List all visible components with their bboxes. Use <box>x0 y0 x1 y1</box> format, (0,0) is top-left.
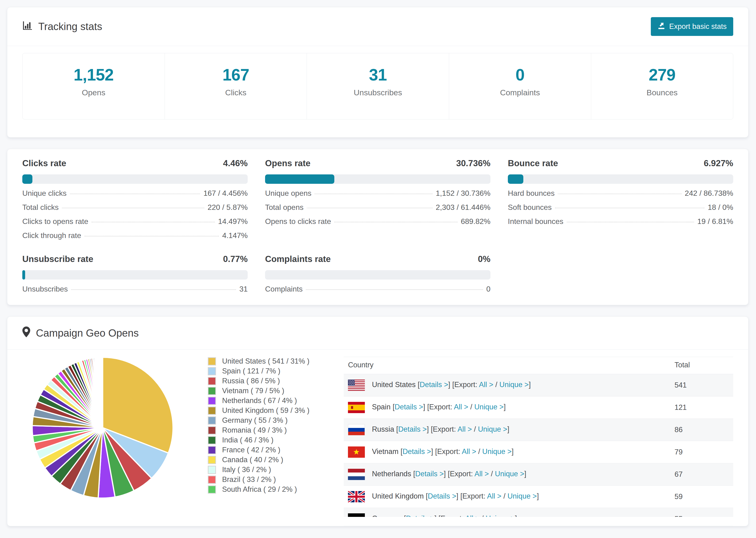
rate-section: Clicks rate4.46%Unique clicks167 / 4.456… <box>22 158 248 240</box>
details-link[interactable]: Details > <box>398 425 427 433</box>
geo-title-wrap: Campaign Geo Opens <box>22 327 139 340</box>
rate-detail-label: Unique clicks <box>22 189 67 198</box>
export-all-link[interactable]: All > <box>454 403 468 411</box>
country-cell: Russia [Details >] [Export: All > / Uniq… <box>344 419 675 441</box>
legend-swatch <box>208 357 216 365</box>
flag-icon-gb <box>348 491 365 502</box>
rate-detail-row: Opens to clicks rate689.82% <box>265 217 490 226</box>
rate-detail-value: 19 / 6.81% <box>697 217 733 226</box>
export-unique-link[interactable]: Unique > <box>507 492 537 500</box>
rate-detail-row: Click through rate4.147% <box>22 231 248 240</box>
rate-section-title: Opens rate <box>265 158 310 168</box>
rates-grid: Clicks rate4.46%Unique clicks167 / 4.456… <box>7 149 748 305</box>
export-unique-link[interactable]: Unique > <box>482 447 512 456</box>
export-all-link[interactable]: All > <box>487 492 501 500</box>
table-row: Spain [Details >] [Export: All > / Uniqu… <box>344 397 733 419</box>
dotted-leader <box>555 208 705 208</box>
rate-detail-label: Unique opens <box>265 189 311 198</box>
details-link[interactable]: Details > <box>395 403 423 411</box>
export-unique-link[interactable]: Unique > <box>474 403 504 411</box>
export-unique-link[interactable]: Unique > <box>499 381 529 389</box>
details-link[interactable]: Details > <box>403 447 431 456</box>
flag-icon-ru <box>348 424 365 435</box>
rate-detail-value: 2,303 / 61.446% <box>436 203 490 212</box>
dotted-leader <box>70 194 200 194</box>
summary-value: 31 <box>307 66 449 84</box>
export-unique-link[interactable]: Unique > <box>495 470 524 478</box>
country-name: United Kingdom <box>372 492 424 500</box>
export-basic-stats-button[interactable]: Export basic stats <box>651 17 733 36</box>
legend-swatch <box>208 416 216 425</box>
bar-chart-icon <box>22 20 33 33</box>
export-all-link[interactable]: All > <box>462 447 476 456</box>
legend-label: Russia ( 86 / 5% ) <box>222 377 280 385</box>
rate-section-title: Unsubscribe rate <box>22 254 93 264</box>
total-cell: 86 <box>675 419 733 441</box>
progress-bar-fill <box>22 174 32 184</box>
summary-label: Clicks <box>165 88 307 97</box>
rate-section-value: 4.46% <box>223 158 248 168</box>
tracking-stats-title: Tracking stats <box>22 20 102 33</box>
dotted-leader <box>91 222 215 222</box>
table-row: Netherlands [Details >] [Export: All > /… <box>344 463 733 486</box>
card-bottom-mask <box>8 517 748 526</box>
total-cell: 59 <box>675 486 733 508</box>
details-link[interactable]: Details > <box>420 381 448 389</box>
rate-section-title: Clicks rate <box>22 158 66 168</box>
export-all-link[interactable]: All > <box>458 425 472 433</box>
legend-swatch <box>208 377 216 385</box>
export-unique-link[interactable]: Unique > <box>478 425 507 433</box>
table-row: Vietnam [Details >] [Export: All > / Uni… <box>344 441 733 463</box>
details-link[interactable]: Details > <box>428 492 456 500</box>
country-cell: Netherlands [Details >] [Export: All > /… <box>344 463 675 486</box>
legend-label: Germany ( 55 / 3% ) <box>222 416 288 425</box>
rate-detail-value: 4.147% <box>222 231 248 240</box>
country-name: United States <box>372 381 415 389</box>
rate-detail-label: Complaints <box>265 285 303 294</box>
geo-body: United States ( 541 / 31% )Spain ( 121 /… <box>7 350 748 526</box>
legend-label: Romania ( 49 / 3% ) <box>222 426 287 435</box>
legend-label: Spain ( 121 / 7% ) <box>222 367 280 375</box>
table-row: United Kingdom [Details >] [Export: All … <box>344 486 733 508</box>
geo-pie-chart <box>28 350 183 502</box>
total-cell: 541 <box>675 374 733 397</box>
progress-bar-fill <box>22 270 25 280</box>
geo-title: Campaign Geo Opens <box>36 327 139 339</box>
summary-cell-complaints: 0Complaints <box>449 53 591 119</box>
export-all-link[interactable]: All > <box>479 381 493 389</box>
legend-label: Italy ( 36 / 2% ) <box>222 465 271 474</box>
geo-opens-card: Campaign Geo Opens United States ( 541 /… <box>7 316 748 526</box>
rate-section: Bounce rate6.927%Hard bounces242 / 86.73… <box>508 158 733 240</box>
rate-detail-label: Total opens <box>265 203 303 212</box>
rate-section: Complaints rate0%Complaints0 <box>265 254 490 294</box>
legend-swatch <box>208 367 216 375</box>
export-all-link[interactable]: All > <box>474 470 489 478</box>
legend-item: Brazil ( 33 / 2% ) <box>208 475 309 484</box>
legend-swatch <box>208 485 216 494</box>
legend-item: Canada ( 40 / 2% ) <box>208 455 309 465</box>
rate-detail-row: Soft bounces18 / 0% <box>508 203 733 212</box>
flag-icon-vn <box>348 447 365 458</box>
flag-icon-nl <box>348 469 365 480</box>
dotted-leader <box>62 208 204 208</box>
rate-detail-label: Clicks to opens rate <box>22 217 88 226</box>
table-row: United States [Details >] [Export: All >… <box>344 374 733 397</box>
rate-detail-value: 18 / 0% <box>708 203 733 212</box>
rate-detail-value: 31 <box>239 285 248 294</box>
summary-cell-bounces: 279Bounces <box>591 53 733 119</box>
country-cell: Vietnam [Details >] [Export: All > / Uni… <box>344 441 675 463</box>
details-link[interactable]: Details > <box>415 470 444 478</box>
rate-detail-row: Unsubscribes31 <box>22 285 248 294</box>
rate-section: Opens rate30.736%Unique opens1,152 / 30.… <box>265 158 490 240</box>
legend-swatch <box>208 456 216 464</box>
legend-swatch <box>208 476 216 484</box>
rate-section-title: Complaints rate <box>265 254 331 264</box>
country-name: Vietnam <box>372 447 399 456</box>
table-row: Russia [Details >] [Export: All > / Uniq… <box>344 419 733 441</box>
legend-item: Netherlands ( 67 / 4% ) <box>208 396 309 405</box>
rate-section-title: Bounce rate <box>508 158 558 168</box>
dotted-leader <box>567 222 694 222</box>
legend-label: United Kingdom ( 59 / 3% ) <box>222 406 309 415</box>
legend-item: Germany ( 55 / 3% ) <box>208 415 309 425</box>
legend-label: Brazil ( 33 / 2% ) <box>222 475 276 484</box>
